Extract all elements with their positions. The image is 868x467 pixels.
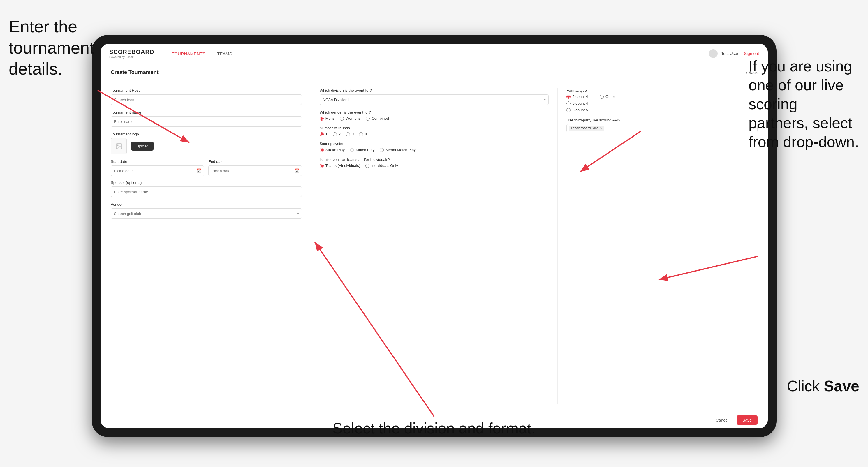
teams-teams[interactable]: Teams (+Individuals) bbox=[320, 163, 361, 168]
annotation-save-bold: Save bbox=[824, 378, 859, 395]
scoring-match-label: Match Play bbox=[356, 148, 374, 152]
save-button[interactable]: Save bbox=[737, 415, 757, 425]
brand: SCOREBOARD Powered by Clippit bbox=[109, 49, 154, 59]
annotation-bottom-center: Select the division and format. bbox=[333, 419, 535, 438]
page-title: Create Tournament bbox=[111, 69, 158, 75]
annotation-top-right: If you are using one of our live scoring… bbox=[748, 57, 859, 152]
format-other[interactable]: Other bbox=[600, 94, 615, 99]
right-column: Format type 5 count 4 6 count 4 bbox=[558, 88, 757, 404]
format-6c5-label: 6 count 5 bbox=[572, 108, 588, 112]
scoring-match[interactable]: Match Play bbox=[350, 148, 374, 152]
division-group: Which division is the event for? NCAA Di… bbox=[320, 88, 549, 105]
format-6c4[interactable]: 6 count 4 bbox=[566, 101, 588, 105]
rounds-radio-group: 1 2 3 4 bbox=[320, 132, 549, 136]
gender-combined[interactable]: Combined bbox=[366, 116, 389, 121]
rounds-4[interactable]: 4 bbox=[359, 132, 367, 136]
format-label: Format type bbox=[566, 88, 757, 93]
brand-main: SCOREBOARD bbox=[109, 49, 154, 55]
format-5c4[interactable]: 5 count 4 bbox=[566, 94, 588, 99]
tablet-screen: SCOREBOARD Powered by Clippit TOURNAMENT… bbox=[100, 44, 768, 428]
host-group: Tournament Host bbox=[111, 88, 302, 105]
image-icon bbox=[115, 143, 122, 150]
user-avatar bbox=[709, 49, 718, 58]
cancel-button[interactable]: Cancel bbox=[711, 415, 733, 425]
sponsor-input[interactable] bbox=[111, 186, 302, 197]
tab-teams[interactable]: TEAMS bbox=[211, 44, 238, 64]
format-group: Format type 5 count 4 6 count 4 bbox=[566, 88, 757, 112]
sponsor-group: Sponsor (optional) bbox=[111, 180, 302, 197]
live-scoring-label: Use third-party live scoring API? bbox=[566, 118, 757, 122]
scoring-group: Scoring system Stroke Play Match Play bbox=[320, 142, 549, 152]
sponsor-label: Sponsor (optional) bbox=[111, 180, 302, 185]
rounds-3-label: 3 bbox=[352, 132, 354, 136]
upload-button[interactable]: Upload bbox=[131, 142, 154, 151]
live-scoring-tag-value: Leaderboard King bbox=[571, 126, 598, 130]
teams-teams-label: Teams (+Individuals) bbox=[326, 163, 361, 168]
nav-tabs: TOURNAMENTS TEAMS bbox=[166, 44, 709, 64]
annotation-top-left: Enter thetournamentdetails. bbox=[9, 16, 94, 80]
live-scoring-tag: Leaderboard King ✕ bbox=[569, 126, 604, 131]
host-input[interactable] bbox=[111, 94, 302, 105]
logo-group: Tournament logo Upload bbox=[111, 132, 302, 154]
gender-label: Which gender is the event for? bbox=[320, 110, 549, 115]
gender-radio-group: Mens Womens Combined bbox=[320, 116, 549, 121]
end-date-wrapper bbox=[208, 165, 302, 176]
end-date-label: End date bbox=[208, 159, 302, 164]
teams-individuals[interactable]: Individuals Only bbox=[365, 163, 398, 168]
date-row: Start date End date bbox=[111, 159, 302, 176]
gender-mens[interactable]: Mens bbox=[320, 116, 335, 121]
left-column: Tournament Host Tournament name Tourname… bbox=[111, 88, 311, 404]
division-select[interactable]: NCAA Division I bbox=[320, 94, 549, 105]
gender-combined-label: Combined bbox=[372, 116, 389, 121]
venue-input[interactable] bbox=[111, 208, 302, 219]
rounds-label: Number of rounds bbox=[320, 126, 549, 130]
gender-womens[interactable]: Womens bbox=[340, 116, 361, 121]
mid-column: Which division is the event for? NCAA Di… bbox=[311, 88, 558, 404]
live-scoring-group: Use third-party live scoring API? Leader… bbox=[566, 118, 757, 132]
scoring-medal[interactable]: Medal Match Play bbox=[380, 148, 415, 152]
rounds-1-label: 1 bbox=[326, 132, 328, 136]
venue-label: Venue bbox=[111, 202, 302, 207]
name-input[interactable] bbox=[111, 116, 302, 127]
tablet-frame: SCOREBOARD Powered by Clippit TOURNAMENT… bbox=[92, 35, 776, 437]
start-date-wrapper bbox=[111, 165, 204, 176]
scoring-medal-label: Medal Match Play bbox=[385, 148, 415, 152]
venue-group: Venue bbox=[111, 202, 302, 219]
name-group: Tournament name bbox=[111, 110, 302, 127]
live-scoring-tag-input[interactable]: Leaderboard King ✕ bbox=[566, 124, 757, 132]
user-label: Test User | bbox=[721, 51, 741, 56]
scoring-label: Scoring system bbox=[320, 142, 549, 146]
scoring-stroke[interactable]: Stroke Play bbox=[320, 148, 345, 152]
end-date-input[interactable] bbox=[208, 165, 302, 176]
format-5c4-label: 5 count 4 bbox=[572, 94, 588, 99]
gender-mens-label: Mens bbox=[326, 116, 335, 121]
name-label: Tournament name bbox=[111, 110, 302, 115]
tab-tournaments[interactable]: TOURNAMENTS bbox=[166, 44, 211, 64]
venue-wrapper bbox=[111, 208, 302, 219]
logo-label: Tournament logo bbox=[111, 132, 302, 136]
annotation-bottom-right: Click Save bbox=[787, 377, 859, 396]
start-date-group: Start date bbox=[111, 159, 204, 176]
start-date-input[interactable] bbox=[111, 165, 204, 176]
rounds-group: Number of rounds 1 2 3 bbox=[320, 126, 549, 136]
signout-link[interactable]: Sign out bbox=[744, 51, 759, 56]
rounds-1[interactable]: 1 bbox=[320, 132, 328, 136]
scoring-stroke-label: Stroke Play bbox=[326, 148, 345, 152]
format-6c4-label: 6 count 4 bbox=[572, 101, 588, 105]
form-body: Tournament Host Tournament name Tourname… bbox=[100, 81, 768, 412]
navbar: SCOREBOARD Powered by Clippit TOURNAMENT… bbox=[100, 44, 768, 64]
rounds-4-label: 4 bbox=[365, 132, 367, 136]
host-label: Tournament Host bbox=[111, 88, 302, 93]
tag-close-icon[interactable]: ✕ bbox=[600, 126, 602, 130]
teams-label: Is this event for Teams and/or Individua… bbox=[320, 157, 549, 162]
gender-womens-label: Womens bbox=[346, 116, 361, 121]
rounds-2-label: 2 bbox=[339, 132, 341, 136]
format-6c5[interactable]: 6 count 5 bbox=[566, 108, 588, 112]
division-select-wrapper: NCAA Division I bbox=[320, 94, 549, 105]
logo-upload-area: Upload bbox=[111, 138, 302, 154]
rounds-3[interactable]: 3 bbox=[346, 132, 354, 136]
gender-group: Which gender is the event for? Mens Wome… bbox=[320, 110, 549, 121]
teams-individuals-label: Individuals Only bbox=[371, 163, 398, 168]
teams-radio-group: Teams (+Individuals) Individuals Only bbox=[320, 163, 549, 168]
rounds-2[interactable]: 2 bbox=[333, 132, 341, 136]
